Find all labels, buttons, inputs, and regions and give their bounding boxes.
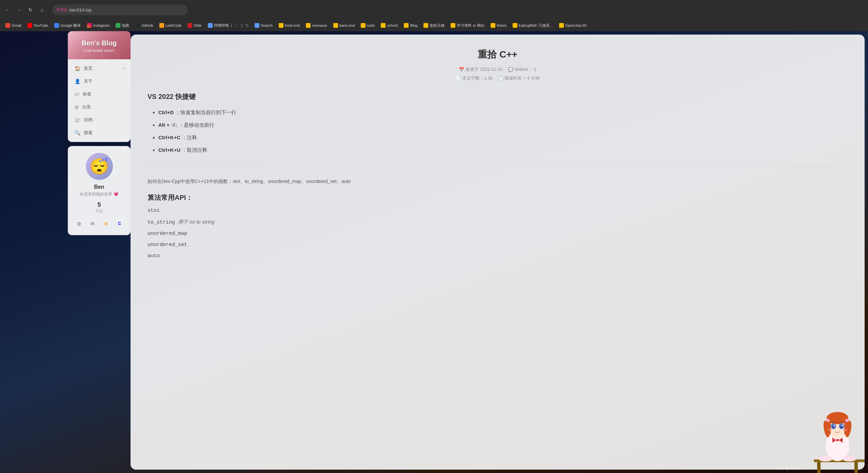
bookmark-label-bilibili: 哔哩哔哩（゜-゜）つ (214, 23, 249, 28)
sidebar-nav: 🏠 首页 👤 关于 🏷 标签 ⊞ 分类 📰 归档 🔍 搜 (68, 59, 131, 142)
bookmark-label-thesis: thesis (497, 23, 507, 27)
leetcode-icon (159, 23, 164, 28)
tools-icon (361, 23, 366, 28)
email-profile-link[interactable]: ✉ (88, 219, 97, 228)
bookmark-bilibili[interactable]: 哔哩哔哩（゜-゜）つ (205, 22, 252, 29)
ladder-icon (423, 23, 428, 28)
bookmark-gitte[interactable]: Gitte (185, 22, 204, 28)
bookmark-translate[interactable]: Google 翻译 (52, 22, 84, 29)
blog-header: Ben's Blog Code builds world ! (68, 31, 131, 59)
svg-point-7 (819, 456, 832, 461)
refresh-button[interactable]: ↻ (26, 5, 35, 15)
profile-card: 😴 Ben 欢迎来到我的世界 💗 5 日志 ⊙ ✉ ⊕ C (68, 146, 131, 235)
address-bar[interactable]: 不安全 ben314.top (52, 4, 188, 15)
bookmark-blog[interactable]: Blog (401, 22, 420, 28)
word-count: 📄 本文字数：1.2k (455, 75, 492, 81)
bookmark-label-blog: Blog (410, 23, 417, 27)
bookmark-instagram[interactable]: Instagram (84, 22, 113, 28)
bookmark-school[interactable]: school (378, 22, 400, 28)
shortcut-desc-2: ：是移动当前行 (179, 122, 214, 128)
bookmark-openuserjs[interactable]: OpenUserJS (556, 22, 589, 28)
browser-chrome: ← → ↻ ⌂ 不安全 ben314.top (0, 0, 868, 20)
api-to-string: to_string 用于 int to string (147, 219, 848, 225)
bookmark-label-youtube: YouTube (34, 23, 48, 27)
bookmark-label-instagram: Instagram (93, 23, 110, 27)
thesis-icon (491, 23, 495, 28)
profile-links: ⊙ ✉ ⊕ C (73, 219, 125, 228)
bookmark-label-openuserjs: OpenUserJS (565, 23, 587, 27)
c-profile-link[interactable]: C (115, 219, 124, 228)
article-container[interactable]: 重拾 C++ 📅 发表于 2022-11-25 💬 Waline： 0 📄 本文… (131, 35, 865, 470)
back-button[interactable]: ← (3, 5, 12, 15)
calendar-icon: 📅 (459, 67, 464, 72)
url-text: ben314.top (70, 7, 92, 13)
article-waline: 💬 Waline： 0 (508, 66, 536, 73)
school-icon (381, 23, 386, 28)
eating-icon (513, 23, 517, 28)
bookmark-label-eating: EatingWell: 只接受... (519, 23, 553, 28)
article-meta: 📅 发表于 2022-11-25 💬 Waline： 0 (147, 66, 848, 73)
svg-rect-2 (854, 462, 858, 473)
section-vs-title: VS 2022 快捷键 (147, 92, 848, 101)
nav-buttons: ← → ↻ ⌂ (3, 5, 47, 15)
bookmark-label-school: school (387, 23, 398, 27)
clock-icon: 🕐 (498, 76, 504, 81)
bookmark-gmail[interactable]: Gmail (3, 22, 24, 28)
study-icon (451, 23, 455, 28)
svg-point-21 (833, 425, 835, 426)
bookmark-leetcode[interactable]: LeetCode (157, 22, 184, 28)
bookmark-label-gmail: Gmail (12, 23, 21, 27)
nav-home[interactable]: 🏠 首页 (68, 62, 131, 75)
csdn-badge: CSDN @Bennnn... (774, 466, 806, 470)
article-meta2: 📄 本文字数：1.2k 🕐 阅读时长 ≈ 4 分钟 (147, 75, 848, 81)
bookmark-study[interactable]: 学习资料 or 网站 (448, 22, 487, 29)
stat-posts-num: 5 (96, 201, 103, 208)
api-auto: auto (147, 253, 848, 259)
nav-categories[interactable]: ⊞ 分类 (68, 101, 131, 114)
bookmark-frontend[interactable]: front-end (276, 22, 302, 28)
archive-icon: 📰 (75, 117, 80, 123)
maps-icon (116, 23, 120, 28)
api-unordered-map: unordered_map (147, 231, 848, 236)
bookmark-youtube[interactable]: YouTube (25, 22, 51, 28)
main-area: Ben's Blog Code builds world ! 🏠 首页 👤 关于… (0, 31, 868, 473)
nav-search[interactable]: 🔍 搜索 (68, 126, 131, 139)
tag-icon: 🏷 (75, 91, 79, 97)
nav-archive[interactable]: 📰 归档 (68, 114, 131, 126)
home-button[interactable]: ⌂ (37, 5, 47, 15)
security-warning: 不安全 (56, 7, 67, 13)
shortcut-key-1: Ctrl+D (158, 109, 174, 115)
bookmark-backend[interactable]: back-end (331, 22, 357, 28)
bookmark-maps[interactable]: 地图 (113, 22, 132, 29)
openuserjs-icon (559, 23, 564, 28)
shortcut-item-2: Alt + ↑/↓ ：是移动当前行 (158, 119, 848, 130)
bookmark-tools[interactable]: tools (358, 22, 377, 28)
nav-tags[interactable]: 🏷 标签 (68, 88, 131, 101)
bookmark-search[interactable]: Search (252, 22, 275, 28)
bookmark-thesis[interactable]: thesis (488, 22, 509, 28)
bookmark-label-tools: tools (367, 23, 375, 27)
github-profile-link[interactable]: ⊙ (74, 219, 84, 228)
bookmark-ladder[interactable]: 垫枕天梯 (421, 22, 447, 29)
blog-subtitle: Code builds world ! (73, 48, 125, 53)
sub-section-link[interactable]: 如何在Dev-Cpp中使用C++11中的函数：stoi、to_string、un… (147, 178, 848, 185)
svg-point-23 (828, 429, 832, 431)
bookmark-eating[interactable]: EatingWell: 只接受... (510, 22, 556, 29)
home-icon: 🏠 (75, 66, 80, 71)
api-to-string-desc: 用于 int to string (178, 219, 215, 225)
nav-home-label: 首页 (84, 65, 93, 71)
bookmark-overseas[interactable]: overseas (303, 22, 330, 28)
article-title: 重拾 C++ (147, 48, 848, 61)
grid-icon: ⊞ (75, 104, 79, 110)
nav-about-label: 关于 (84, 78, 93, 84)
bookmark-github[interactable]: GitHub (133, 22, 156, 28)
bookmark-label-maps: 地图 (122, 23, 129, 28)
comment-icon: 💬 (508, 67, 513, 72)
rss-profile-link[interactable]: ⊕ (101, 219, 111, 228)
bookmark-label-frontend: front-end (285, 23, 300, 27)
shortcut-desc-4: ：取消注释 (182, 147, 207, 153)
avatar: 😴 (86, 153, 113, 180)
forward-button[interactable]: → (14, 5, 24, 15)
nav-about[interactable]: 👤 关于 (68, 75, 131, 88)
github-icon (135, 23, 140, 28)
